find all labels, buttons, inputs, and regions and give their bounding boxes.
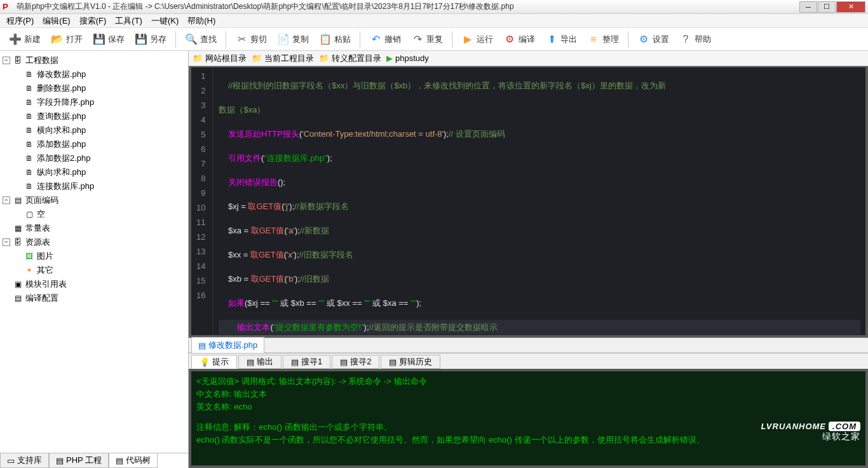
find-button[interactable]: 🔍查找: [181, 31, 220, 48]
otab-output[interactable]: ▤输出: [238, 355, 281, 369]
close-button[interactable]: ✕: [836, 1, 865, 13]
tree-file[interactable]: 🗎连接数据库.php: [3, 179, 186, 193]
tab-php[interactable]: ▤PHP 工程: [49, 453, 109, 468]
new-label: 新建: [24, 34, 41, 45]
file-icon: ▤: [198, 341, 206, 350]
titlebar: P 萌新php中文编程工具V1.0 - 正在编辑 -> C:\Users\Adm…: [0, 0, 868, 14]
save-button[interactable]: 💾保存: [89, 31, 128, 48]
collapse-icon[interactable]: −: [3, 57, 10, 64]
otab-search2[interactable]: ▤搜寻2: [332, 355, 379, 369]
tree-file-label: 添加数据.php: [37, 139, 86, 150]
tab-label: 代码树: [126, 455, 151, 466]
tree-file[interactable]: 🗎添加数据.php: [3, 137, 186, 151]
settings-button[interactable]: ⚙设置: [634, 31, 673, 48]
tree-file[interactable]: 🗎添加数据2.php: [3, 151, 186, 165]
export-button[interactable]: ⬆导出: [541, 31, 581, 48]
tree-other[interactable]: ✦其它: [3, 263, 186, 277]
path-phpstudy[interactable]: ▶phpstudy: [386, 53, 429, 63]
tab-label: 支持库: [17, 455, 42, 466]
run-button[interactable]: ▶运行: [458, 31, 497, 48]
folder-icon: 📁: [319, 53, 329, 63]
output-content[interactable]: <无返回值> 调用格式: 输出文本(内容): -> 系统命令 -> 输出命令 中…: [189, 369, 868, 468]
menu-edit[interactable]: 编辑(E): [39, 14, 74, 28]
menu-program[interactable]: 程序(P): [3, 14, 37, 28]
tree-icon: ▤: [116, 456, 123, 465]
tree-file[interactable]: 🗎字段升降序.php: [3, 95, 186, 109]
tree-res[interactable]: −🗄资源表: [3, 235, 186, 249]
image-icon: 🖼: [24, 251, 34, 261]
help-button[interactable]: ?帮助: [675, 31, 715, 48]
tree-consts[interactable]: ▦常量表: [3, 221, 186, 235]
minimize-button[interactable]: ─: [799, 1, 817, 13]
paste-button[interactable]: 📋粘贴: [315, 31, 355, 48]
tree-file[interactable]: 🗎横向求和.php: [3, 123, 186, 137]
module-icon: ▣: [13, 279, 23, 289]
tree-encoding[interactable]: −▤页面编码: [3, 193, 186, 207]
tree-label: 编译配置: [25, 292, 58, 304]
otab-search1[interactable]: ▤搜寻1: [283, 355, 330, 369]
play-icon: ▶: [461, 33, 474, 46]
compile-button[interactable]: ⚙编译: [499, 31, 539, 48]
file-tab-active[interactable]: ▤修改数据.php: [191, 337, 264, 354]
toolbar: ➕新建 📂打开 💾保存 💾另存 🔍查找 ✂剪切 📄复制 📋粘贴 ↶撤销 ↷重复 …: [0, 28, 868, 51]
paste-label: 粘贴: [334, 34, 351, 45]
code-editor[interactable]: 1 2345678910111213141516 //根据找到的旧数据字段名（$…: [189, 66, 868, 338]
saveas-label: 另存: [150, 34, 166, 45]
php-icon: 🗎: [24, 139, 34, 149]
copy-button[interactable]: 📄复制: [273, 31, 313, 48]
path-curproj[interactable]: 📁当前工程目录: [252, 53, 314, 64]
collapse-icon[interactable]: −: [3, 238, 10, 246]
list-icon: ▤: [389, 357, 397, 367]
scissors-icon: ✂: [235, 33, 248, 46]
save-label: 保存: [108, 34, 125, 45]
app-icon: P: [3, 2, 13, 12]
redo-button[interactable]: ↷重复: [407, 31, 447, 48]
open-button[interactable]: 📂打开: [47, 31, 86, 48]
maximize-button[interactable]: ☐: [818, 1, 836, 13]
tree-file-label: 删除数据.php: [37, 83, 86, 94]
otab-hint[interactable]: 💡提示: [191, 355, 237, 369]
output-line: <无返回值> 调用格式: 输出文本(内容): -> 系统命令 -> 输出命令: [196, 375, 860, 388]
undo-button[interactable]: ↶撤销: [365, 31, 405, 48]
tree-empty[interactable]: ▢空: [3, 207, 186, 221]
undo-icon: ↶: [369, 33, 382, 46]
output-line: echo() 函数实际不是一个函数，所以您不必对它使用括号。然而，如果您希望向 …: [196, 434, 860, 446]
project-tree[interactable]: −🗄工程数据 🗎修改数据.php 🗎删除数据.php 🗎字段升降序.php 🗎查…: [0, 51, 188, 453]
list-icon: ▤: [291, 357, 299, 367]
folder-icon: 📁: [252, 53, 262, 63]
menu-search[interactable]: 搜索(F): [76, 14, 111, 28]
arrange-button[interactable]: ≡整理: [583, 31, 623, 48]
path-trans[interactable]: 📁转义配置目录: [319, 53, 381, 64]
tree-proj-root[interactable]: −🗄工程数据: [3, 53, 186, 67]
cut-button[interactable]: ✂剪切: [231, 31, 271, 48]
new-button[interactable]: ➕新建: [5, 31, 44, 48]
tree-img[interactable]: 🖼图片: [3, 249, 186, 263]
output-panel: 💡提示 ▤输出 ▤搜寻1 ▤搜寻2 ▤剪辑历史 <无返回值> 调用格式: 输出文…: [189, 353, 868, 468]
settings-label: 设置: [653, 34, 669, 45]
star-icon: ✦: [24, 265, 34, 275]
tree-file[interactable]: 🗎删除数据.php: [3, 81, 186, 95]
tree-label: 页面编码: [25, 195, 58, 206]
compile-label: 编译: [519, 34, 535, 45]
code-content[interactable]: //根据找到的旧数据字段名（$xx）与旧数据（$xb），来修改找到的位置，将该位…: [214, 67, 865, 335]
tree-compile[interactable]: ▤编译配置: [3, 291, 186, 305]
menu-onekey[interactable]: 一键(K): [147, 14, 182, 28]
tab-code[interactable]: ▤代码树: [109, 453, 158, 468]
tree-file[interactable]: 🗎查询数据.php: [3, 109, 186, 123]
menu-help[interactable]: 帮助(H): [184, 14, 219, 28]
editor-area: 📁网站根目录 📁当前工程目录 📁转义配置目录 ▶phpstudy 1 23456…: [189, 51, 868, 468]
collapse-icon[interactable]: −: [3, 196, 10, 204]
path-root[interactable]: 📁网站根目录: [193, 53, 247, 64]
otab-label: 搜寻2: [350, 356, 371, 368]
tab-lib[interactable]: ▭支持库: [0, 453, 49, 468]
tree-file[interactable]: 🗎修改数据.php: [3, 67, 186, 81]
res-icon: 🗄: [13, 237, 23, 247]
tree-file-label: 修改数据.php: [37, 69, 86, 80]
tree-file[interactable]: 🗎纵向求和.php: [3, 165, 186, 179]
tree-modref[interactable]: ▣模块引用表: [3, 277, 186, 291]
redo-label: 重复: [426, 34, 443, 45]
saveas-button[interactable]: 💾另存: [131, 31, 170, 48]
file-tab-label: 修改数据.php: [208, 340, 257, 351]
otab-clip[interactable]: ▤剪辑历史: [381, 355, 440, 369]
menu-tool[interactable]: 工具(T): [111, 14, 146, 28]
